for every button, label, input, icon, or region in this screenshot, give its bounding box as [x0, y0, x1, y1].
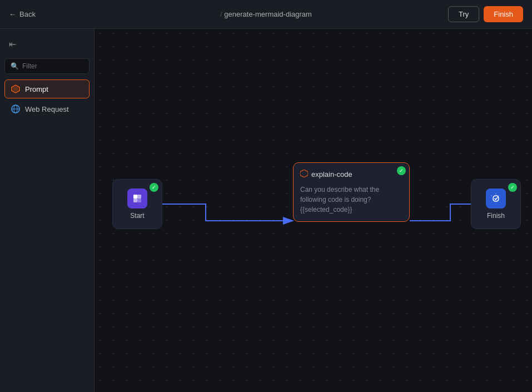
sidebar-item-web-request[interactable]: Web Request	[4, 100, 90, 118]
prompt-icon	[11, 84, 21, 94]
start-node-label: Start	[130, 212, 144, 220]
title-slash: /	[220, 10, 222, 18]
sidebar-item-prompt[interactable]: Prompt	[4, 80, 90, 98]
svg-rect-6	[133, 195, 137, 199]
sidebar: ⇤ 🔍 Prompt	[0, 29, 95, 392]
flow-container: ✓ Start ✓	[95, 29, 532, 392]
collapse-icon: ⇤	[9, 39, 16, 49]
finish-button[interactable]: Finish	[484, 6, 523, 22]
sidebar-filter-container[interactable]: 🔍	[4, 58, 90, 74]
sidebar-items-list: Prompt Web Request	[4, 80, 90, 118]
finish-check-badge: ✓	[508, 183, 517, 192]
start-check-badge: ✓	[150, 183, 158, 192]
explain-code-body: Can you describe what the following code…	[300, 185, 402, 215]
back-arrow-icon: ←	[9, 10, 16, 18]
sidebar-item-web-request-label: Web Request	[25, 105, 69, 113]
finish-node[interactable]: ✓ Finish	[471, 179, 521, 229]
svg-marker-10	[300, 170, 308, 177]
svg-rect-8	[133, 199, 137, 202]
canvas-area: ✓ Start ✓	[95, 29, 532, 392]
back-label: Back	[19, 10, 36, 18]
back-button[interactable]: ← Back	[9, 10, 36, 18]
try-button[interactable]: Try	[448, 6, 479, 22]
svg-marker-1	[13, 86, 18, 92]
sidebar-item-prompt-label: Prompt	[25, 85, 48, 93]
svg-rect-9	[137, 199, 141, 202]
header: ← Back / generate-mermaid-diagram Try Fi…	[0, 0, 532, 29]
sidebar-collapse-button[interactable]: ⇤	[4, 36, 90, 53]
explain-code-header: explain-code	[300, 170, 402, 179]
explain-code-title-text: explain-code	[311, 170, 352, 178]
start-node[interactable]: ✓ Start	[112, 179, 162, 229]
explain-code-icon	[300, 170, 308, 179]
finish-node-label: Finish	[487, 212, 505, 220]
explain-check-badge: ✓	[397, 166, 406, 175]
main-area: ⇤ 🔍 Prompt	[0, 29, 532, 392]
header-actions: Try Finish	[448, 6, 523, 22]
search-icon: 🔍	[11, 62, 19, 70]
finish-node-icon	[486, 188, 506, 209]
explain-code-node[interactable]: ✓ explain-code Can you describe what the…	[293, 162, 410, 222]
explain-code-title: explain-code	[300, 170, 352, 179]
title-name: generate-mermaid-diagram	[224, 10, 312, 18]
page-title: / generate-mermaid-diagram	[220, 10, 312, 18]
web-request-icon	[11, 104, 21, 114]
svg-rect-7	[137, 195, 141, 199]
start-node-icon	[127, 188, 147, 209]
filter-input[interactable]	[22, 62, 83, 70]
